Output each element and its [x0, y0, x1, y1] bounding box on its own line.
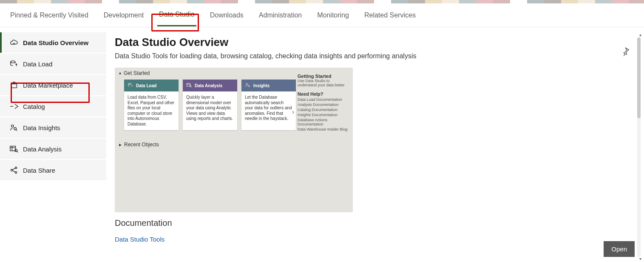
getting-started-sub: Use Data Studio to understand your data … — [298, 79, 349, 87]
help-link[interactable]: Insights Documentation — [298, 113, 349, 117]
page-subtitle: Data Studio Tools for loading data, brow… — [115, 52, 632, 60]
sidebar-item-overview[interactable]: Data Studio Overview — [0, 32, 106, 53]
help-link[interactable]: Analysis Documentation — [298, 103, 349, 107]
decorative-top-stripe — [0, 0, 644, 3]
svg-point-0 — [11, 61, 15, 63]
svg-line-23 — [249, 86, 250, 87]
svg-point-16 — [128, 83, 131, 85]
scrollbar[interactable] — [637, 37, 641, 257]
svg-point-12 — [15, 167, 17, 168]
sidebar-item-label: Data Insights — [23, 124, 60, 131]
nav-monitoring[interactable]: Monitoring — [315, 5, 351, 26]
pin-button[interactable] — [621, 47, 631, 57]
nav-related-services[interactable]: Related Services — [363, 5, 417, 26]
card-title: Insights — [253, 83, 270, 88]
card-body: Load data from CSV, Excel, Parquet and o… — [124, 91, 179, 130]
person-search-icon — [245, 83, 251, 88]
sidebar-item-label: Data Share — [23, 167, 55, 174]
card-data-load[interactable]: Data Load Load data from CSV, Excel, Par… — [124, 80, 179, 130]
database-upload-icon — [128, 83, 133, 88]
getting-started-heading: Getting Started — [298, 74, 349, 79]
sidebar-item-catalog[interactable]: Catalog — [0, 96, 106, 117]
svg-point-11 — [11, 169, 12, 171]
nav-data-studio[interactable]: Data Studio — [157, 4, 196, 26]
help-link[interactable]: Data Warehouse Insider Blog — [298, 127, 349, 131]
doc-link-data-studio-tools[interactable]: Data Studio Tools — [115, 236, 632, 243]
sidebar-item-label: Data Marketplace — [23, 82, 73, 89]
svg-point-3 — [11, 125, 14, 128]
help-link[interactable]: Catalog Documentation — [298, 108, 349, 112]
scroll-down-arrow-icon[interactable]: ▾ — [639, 256, 641, 261]
page-title: Data Studio Overview — [115, 36, 632, 49]
help-link[interactable]: Data Load Documentation — [298, 97, 349, 102]
cloud-icon — [9, 38, 19, 47]
sidebar-item-label: Data Load — [23, 60, 52, 68]
top-nav: Pinned & Recently Visited Development Da… — [0, 3, 644, 27]
open-button[interactable]: Open — [604, 241, 635, 257]
svg-line-10 — [17, 151, 18, 153]
recent-objects-header[interactable]: ▸ Recent Objects — [119, 142, 159, 148]
nav-administration[interactable]: Administration — [257, 5, 304, 26]
svg-rect-1 — [11, 84, 17, 88]
need-help-heading: Need Help? — [298, 91, 349, 97]
sidebar-item-data-marketplace[interactable]: Data Marketplace — [0, 75, 106, 95]
svg-point-13 — [15, 171, 17, 173]
share-icon — [9, 166, 19, 174]
get-started-header[interactable]: ▾ Get Started — [119, 70, 150, 76]
svg-point-21 — [246, 83, 248, 85]
svg-line-15 — [12, 171, 15, 172]
sidebar: Data Studio Overview Data Load Data Mark… — [0, 27, 106, 262]
overview-preview-panel: ▾ Get Started Data Load Load data from C… — [115, 68, 353, 212]
card-title: Data Analysis — [195, 83, 222, 88]
sidebar-item-label: Data Analysis — [23, 145, 62, 153]
scrollbar-thumb[interactable] — [637, 37, 641, 118]
card-title: Data Load — [136, 83, 156, 88]
person-search-icon — [9, 123, 19, 132]
card-data-analysis[interactable]: Data Analysis Quickly layer a dimensiona… — [183, 80, 237, 130]
sidebar-item-data-load[interactable]: Data Load — [0, 54, 106, 74]
nav-pinned[interactable]: Pinned & Recently Visited — [9, 5, 90, 26]
card-body: Let the Database automatically search yo… — [241, 91, 296, 130]
preview-right-panel: Getting Started Use Data Studio to under… — [298, 73, 349, 132]
help-link[interactable]: Database Actions Documentation — [298, 118, 349, 126]
catalog-icon — [9, 102, 19, 111]
nav-downloads[interactable]: Downloads — [208, 5, 245, 26]
table-search-icon — [9, 145, 19, 153]
sidebar-item-label: Data Studio Overview — [23, 39, 88, 46]
card-insights[interactable]: Insights Let the Database automatically … — [241, 80, 296, 130]
sidebar-item-data-analysis[interactable]: Data Analysis — [0, 139, 106, 159]
database-upload-icon — [9, 60, 19, 68]
sidebar-item-data-insights[interactable]: Data Insights — [0, 117, 106, 138]
get-started-label: Get Started — [124, 70, 150, 76]
main-content: Data Studio Overview Data Studio Tools f… — [106, 27, 644, 262]
expand-icon: ▸ — [119, 142, 122, 148]
recent-objects-label: Recent Objects — [124, 142, 159, 148]
svg-line-14 — [12, 168, 15, 170]
chevron-right-icon[interactable]: › — [292, 108, 294, 115]
svg-line-5 — [16, 130, 17, 131]
card-body: Quickly layer a dimensional model over y… — [183, 91, 237, 130]
documentation-heading: Documentation — [115, 218, 632, 228]
sidebar-item-data-share[interactable]: Data Share — [0, 160, 106, 180]
table-search-icon — [186, 83, 192, 88]
bag-icon — [9, 81, 19, 89]
collapse-icon: ▾ — [119, 71, 121, 76]
svg-line-20 — [191, 87, 192, 88]
nav-development[interactable]: Development — [102, 5, 145, 26]
sidebar-item-label: Catalog — [23, 103, 45, 110]
scroll-up-arrow-icon[interactable]: ▴ — [639, 32, 641, 37]
